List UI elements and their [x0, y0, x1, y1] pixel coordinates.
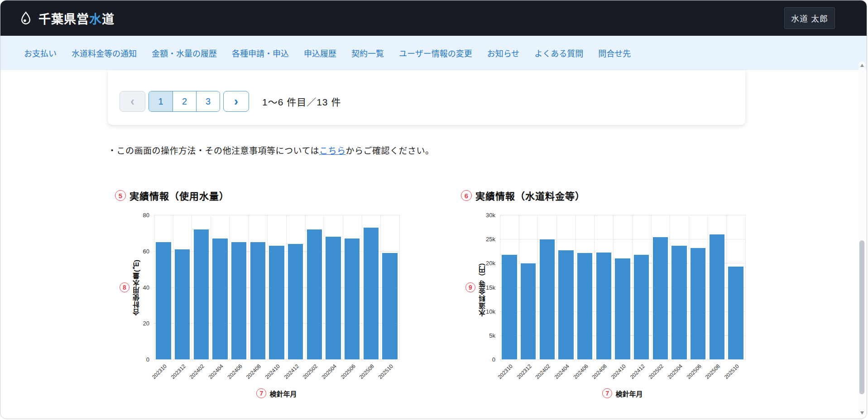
- annotation-badge-8: 8: [120, 282, 129, 292]
- brand-title: 千葉県営水道: [38, 10, 115, 27]
- bar: [269, 246, 284, 359]
- main-content: ‹ 1 2 3 › 1〜6 件目／13 件 ・この画面の操作方法・その他注意事項…: [108, 70, 745, 398]
- charts-row: 5 実績情報（使用水量） 8 合計使用水量(㎥) 020406080202310…: [108, 189, 745, 398]
- y-tick-label: 0: [492, 356, 495, 363]
- app-window: 千葉県営水道 水道 太郎 お支払い 水道料金等の通知 金額・水量の履歴 各種申請…: [0, 0, 867, 419]
- nav-item-bill-notice[interactable]: 水道料金等の通知: [72, 47, 137, 59]
- bar: [364, 228, 379, 359]
- vertical-scrollbar[interactable]: [858, 62, 865, 417]
- annotation-badge-7: 7: [256, 388, 266, 398]
- nav-item-faq[interactable]: よくある質問: [534, 47, 583, 59]
- x-tick-label: 202402: [534, 363, 551, 380]
- nav-item-contact[interactable]: 問合せ先: [598, 47, 631, 59]
- nav-item-amount-history[interactable]: 金額・水量の履歴: [152, 47, 217, 59]
- bar: [326, 237, 340, 359]
- scrollbar-thumb[interactable]: [859, 240, 864, 394]
- x-tick-label: 202510: [723, 363, 740, 380]
- note-text-after: からご確認ください。: [346, 146, 434, 156]
- chart-title-usage: 5 実績情報（使用水量）: [115, 189, 399, 202]
- chart-title-fee: 6 実績情報（水道料金等）: [461, 189, 745, 202]
- y-tick-label: 30k: [486, 212, 495, 219]
- x-tick-label: 202406: [572, 363, 589, 380]
- nav-item-payment[interactable]: お支払い: [24, 47, 57, 59]
- x-axis-label-group: 7 検針年月: [500, 388, 745, 398]
- bar: [345, 239, 360, 359]
- x-tick-label: 202312: [515, 363, 532, 380]
- y-tick-label: 25k: [486, 236, 495, 243]
- scrollbar-track[interactable]: [858, 69, 865, 411]
- y-tick-label: 80: [143, 212, 149, 219]
- bar: [194, 229, 209, 359]
- bar: [577, 253, 592, 359]
- usage-volume-bar-plot: 0204060802023102023122024022024042024062…: [154, 215, 399, 359]
- y-tick-label: 10k: [486, 308, 495, 315]
- x-tick-label: 202310: [497, 363, 514, 380]
- chart-title-text: 実績情報（使用水量）: [129, 189, 229, 202]
- bar: [671, 246, 686, 359]
- bar: [728, 267, 743, 359]
- y-tick-label: 60: [143, 248, 149, 254]
- nav-item-applications[interactable]: 各種申請・申込: [232, 47, 289, 59]
- chart-title-text: 実績情報（水道料金等）: [475, 189, 585, 202]
- nav-item-contract-list[interactable]: 契約一覧: [351, 47, 384, 59]
- x-tick-label: 202506: [339, 363, 356, 380]
- x-tick-label: 202410: [264, 363, 281, 380]
- pagination-page-2[interactable]: 2: [173, 91, 196, 111]
- pagination-summary: 1〜6 件目／13 件: [262, 95, 341, 108]
- x-tick-label: 202508: [358, 363, 375, 380]
- x-tick-label: 202502: [647, 363, 665, 380]
- bar: [382, 253, 397, 359]
- x-tick-label: 202310: [151, 363, 168, 380]
- water-fee-chart: 6 実績情報（水道料金等） 9 水道料金等（円） 05k10k15k20k25k…: [454, 189, 745, 398]
- bar: [653, 237, 668, 359]
- y-tick-label: 15k: [486, 284, 495, 291]
- nav-item-application-history[interactable]: 申込履歴: [304, 47, 336, 59]
- pagination-next-button[interactable]: ›: [223, 91, 249, 112]
- x-axis-label-group: 7 検針年月: [154, 388, 399, 398]
- pagination-page-1[interactable]: 1: [149, 91, 173, 111]
- annotation-badge-9: 9: [465, 282, 475, 292]
- pagination-page-group: 1 2 3: [149, 91, 220, 112]
- x-tick-label: 202410: [610, 363, 627, 380]
- x-tick-label: 202506: [685, 363, 702, 380]
- x-tick-label: 202504: [667, 363, 684, 380]
- brand: 千葉県営水道: [19, 10, 115, 27]
- y-tick-label: 20: [143, 320, 149, 327]
- x-tick-label: 202404: [553, 363, 571, 380]
- nav-item-user-info-change[interactable]: ユーザー情報の変更: [399, 47, 472, 59]
- main-nav: お支払い 水道料金等の通知 金額・水量の履歴 各種申請・申込 申込履歴 契約一覧…: [0, 36, 867, 70]
- x-tick-label: 202404: [207, 363, 225, 380]
- bar: [231, 242, 246, 359]
- x-tick-label: 202412: [628, 363, 646, 380]
- water-drop-logo-icon: [19, 11, 33, 25]
- bar: [502, 255, 517, 359]
- pagination-prev-button[interactable]: ‹: [120, 91, 145, 112]
- bar: [691, 248, 705, 359]
- annotation-badge-6: 6: [461, 190, 472, 201]
- chevron-left-icon: ‹: [130, 95, 134, 109]
- bar: [540, 239, 555, 359]
- x-tick-label: 202412: [283, 363, 300, 380]
- chart-body: 8 合計使用水量(㎥) 0204060802023102023122024022…: [108, 215, 399, 359]
- annotation-badge-7b: 7: [602, 388, 612, 398]
- bar: [558, 250, 573, 359]
- nav-item-notices[interactable]: お知らせ: [487, 47, 520, 59]
- scroll-down-icon[interactable]: [860, 411, 864, 415]
- help-note: ・この画面の操作方法・その他注意事項等についてはこちらからご確認ください。: [108, 144, 745, 156]
- x-tick-label: 202312: [169, 363, 187, 380]
- annotation-badge-5: 5: [115, 190, 126, 201]
- scroll-up-icon[interactable]: [860, 64, 864, 67]
- bar: [307, 229, 322, 359]
- y-tick-label: 0: [146, 356, 149, 363]
- user-name-chip[interactable]: 水道 太郎: [784, 7, 835, 29]
- x-tick-label: 202510: [377, 363, 394, 380]
- x-axis-label: 検針年月: [615, 389, 643, 398]
- x-tick-label: 202408: [245, 363, 262, 380]
- bar: [156, 242, 171, 359]
- help-link[interactable]: こちら: [319, 146, 346, 156]
- bar: [710, 234, 724, 359]
- x-tick-label: 202408: [591, 363, 608, 380]
- bar: [212, 239, 227, 359]
- bar: [521, 263, 536, 359]
- pagination-page-3[interactable]: 3: [196, 91, 220, 111]
